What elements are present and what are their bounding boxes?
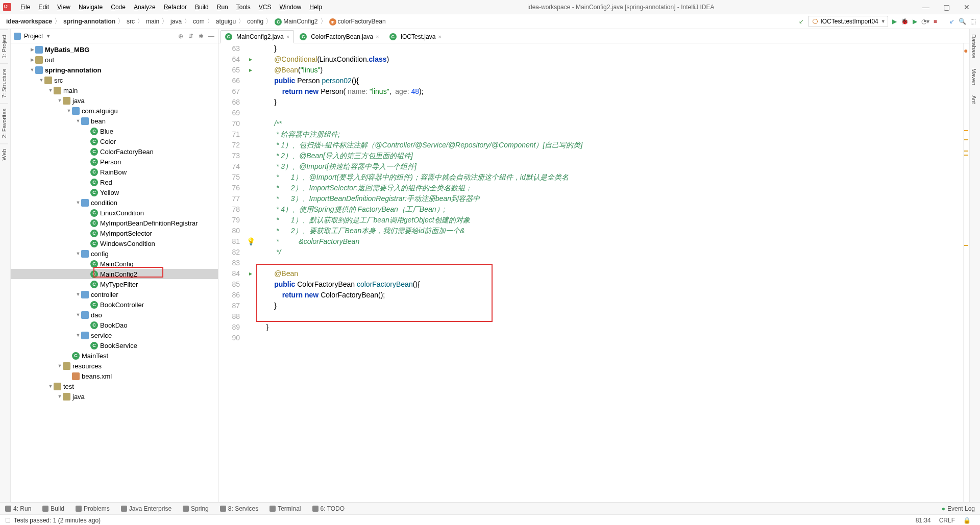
tool-tab-maven[interactable]: Maven xyxy=(970,63,978,90)
code-line[interactable] xyxy=(258,108,963,118)
line-number[interactable]: 88 xyxy=(218,311,240,322)
expand-all-icon[interactable]: ⇵ xyxy=(187,33,194,40)
close-tab-icon[interactable]: × xyxy=(286,34,289,40)
line-number[interactable]: 80 xyxy=(218,226,240,236)
tool-tab-ant[interactable]: Ant xyxy=(970,90,978,109)
menu-tools[interactable]: Tools xyxy=(232,2,255,12)
status-icon[interactable]: ☐ xyxy=(5,517,11,524)
profile-button[interactable]: ◔▾ xyxy=(921,18,929,25)
tree-item[interactable]: ▼dao xyxy=(11,310,218,320)
breadcrumb-item[interactable]: com xyxy=(191,17,207,26)
code-line[interactable]: public Person person02(){ xyxy=(258,76,963,86)
code-line[interactable]: * 2）、@Bean[导入的第三方包里面的组件] xyxy=(258,151,963,161)
menu-run[interactable]: Run xyxy=(213,2,232,12)
tree-twisty-icon[interactable]: ▼ xyxy=(75,251,81,256)
line-number[interactable]: 84 xyxy=(218,268,240,279)
code-line[interactable]: @Bean xyxy=(258,268,963,279)
code-line[interactable] xyxy=(258,333,963,343)
close-tab-icon[interactable]: × xyxy=(376,34,379,40)
maximize-button[interactable]: ▢ xyxy=(936,3,957,11)
tree-twisty-icon[interactable]: ▼ xyxy=(66,108,72,113)
line-number[interactable]: 72 xyxy=(218,140,240,151)
line-number[interactable]: 81 xyxy=(218,236,240,247)
code-line[interactable]: * 3）、@Import[快速给容器中导入一个组件] xyxy=(258,161,963,172)
bottom-tool-run[interactable]: 4: Run xyxy=(5,505,31,512)
line-number[interactable]: 68 xyxy=(218,97,240,108)
line-number[interactable]: 69 xyxy=(218,108,240,118)
menu-window[interactable]: Window xyxy=(275,2,305,12)
run-config-select[interactable]: IOCTest.testImport04 ▼ xyxy=(808,16,888,27)
tree-item[interactable]: ▼service xyxy=(11,330,218,340)
tree-item[interactable]: ▶out xyxy=(11,55,218,65)
code-line[interactable]: * 2）、ImportSelector:返回需要导入的组件的全类名数组； xyxy=(258,183,963,193)
tool-tab-structure[interactable]: 7: Structure xyxy=(0,63,8,103)
line-number[interactable]: 90 xyxy=(218,333,240,343)
stop-button[interactable]: ■ xyxy=(934,18,937,25)
code-line[interactable]: } xyxy=(258,97,963,108)
code-line[interactable]: * 3）、ImportBeanDefinitionRegistrar:手动注册b… xyxy=(258,193,963,204)
code-line[interactable]: @Conditional(LinuxCondition.class) xyxy=(258,54,963,65)
code-line[interactable]: * &colorFactoryBean xyxy=(258,236,963,247)
chevron-down-icon[interactable]: ▼ xyxy=(46,34,51,39)
tool-tab-favorites[interactable]: 2: Favorites xyxy=(0,103,8,143)
code-line[interactable]: @Bean("linus") xyxy=(258,65,963,76)
tree-twisty-icon[interactable]: ▼ xyxy=(75,312,81,317)
tree-item[interactable]: CBlue xyxy=(11,126,218,136)
menu-help[interactable]: Help xyxy=(305,2,326,12)
breadcrumb-item[interactable]: CMainConfig2 xyxy=(273,17,320,26)
code-line[interactable]: public ColorFactoryBean colorFactoryBean… xyxy=(258,279,963,290)
tree-twisty-icon[interactable]: ▼ xyxy=(75,118,81,123)
tree-item[interactable]: ▼resources xyxy=(11,361,218,371)
menu-navigate[interactable]: Navigate xyxy=(75,2,107,12)
code-line[interactable]: * 2）、要获取工厂Bean本身，我们需要给id前面加一个& xyxy=(258,226,963,236)
code-line[interactable]: return new Person( name: "linus", age: 4… xyxy=(258,86,963,97)
menu-analyze[interactable]: Analyze xyxy=(130,2,160,12)
tool-tab-database[interactable]: Database xyxy=(970,29,978,63)
tree-item[interactable]: CLinuxCondition xyxy=(11,208,218,218)
tree-twisty-icon[interactable]: ▶ xyxy=(29,47,35,52)
bottom-tool-problems[interactable]: Problems xyxy=(76,505,110,512)
breadcrumb-item[interactable]: mcolorFactoryBean xyxy=(327,17,388,26)
vcs-update-icon[interactable]: ↙ xyxy=(949,18,954,25)
line-number[interactable]: 78 xyxy=(218,204,240,215)
code-line[interactable]: } xyxy=(258,43,963,54)
gear-icon[interactable]: ✱ xyxy=(198,33,205,40)
menu-vcs[interactable]: VCS xyxy=(255,2,276,12)
tree-item[interactable]: ▼com.atguigu xyxy=(11,106,218,116)
event-log-button[interactable]: ● Event Log xyxy=(942,505,975,512)
tree-item[interactable]: CMainConfig xyxy=(11,259,218,269)
tree-item[interactable]: CBookService xyxy=(11,340,218,351)
tree-item[interactable]: CMyImportSelector xyxy=(11,228,218,238)
code-line[interactable] xyxy=(258,311,963,322)
hide-icon[interactable]: — xyxy=(208,33,215,40)
tree-item[interactable]: ▼src xyxy=(11,75,218,85)
line-number[interactable]: 71 xyxy=(218,129,240,140)
tree-twisty-icon[interactable]: ▼ xyxy=(57,363,63,368)
tree-item[interactable]: ▼controller xyxy=(11,289,218,299)
menu-code[interactable]: Code xyxy=(107,2,130,12)
tree-item[interactable]: CWindowsCondition xyxy=(11,238,218,248)
project-tree[interactable]: ▶MyBatis_MBG▶out▼spring-annotation▼src▼m… xyxy=(11,43,218,502)
menu-edit[interactable]: Edit xyxy=(34,2,53,12)
tree-item[interactable]: ▼condition xyxy=(11,197,218,208)
code-line[interactable]: * 1）、包扫描+组件标注注解（@Controller/@Service/@Re… xyxy=(258,140,963,151)
line-number[interactable]: 86 xyxy=(218,290,240,301)
tree-item[interactable]: CPerson xyxy=(11,157,218,167)
tree-twisty-icon[interactable]: ▼ xyxy=(57,394,63,399)
line-number[interactable]: 63 xyxy=(218,43,240,54)
tree-item[interactable]: CMyTypeFilter xyxy=(11,279,218,289)
tree-twisty-icon[interactable]: ▼ xyxy=(47,384,54,389)
bottom-tool-services[interactable]: 8: Services xyxy=(220,505,258,512)
tree-item[interactable]: ▼spring-annotation xyxy=(11,65,218,75)
code-line[interactable]: return new ColorFactoryBean(); xyxy=(258,290,963,301)
breadcrumb-item[interactable]: java xyxy=(168,17,184,26)
code-line[interactable]: /** xyxy=(258,118,963,129)
line-number[interactable]: 82 xyxy=(218,247,240,258)
breadcrumb-item[interactable]: spring-annotation xyxy=(61,17,117,26)
tree-item[interactable]: CColorFactoryBean xyxy=(11,146,218,157)
breadcrumb-item[interactable]: idea-workspace xyxy=(4,17,54,26)
tree-item[interactable]: ▼java xyxy=(11,391,218,402)
tree-twisty-icon[interactable]: ▼ xyxy=(38,78,44,83)
tool-tab-web[interactable]: Web xyxy=(0,143,8,165)
tree-item[interactable]: ▼test xyxy=(11,381,218,391)
